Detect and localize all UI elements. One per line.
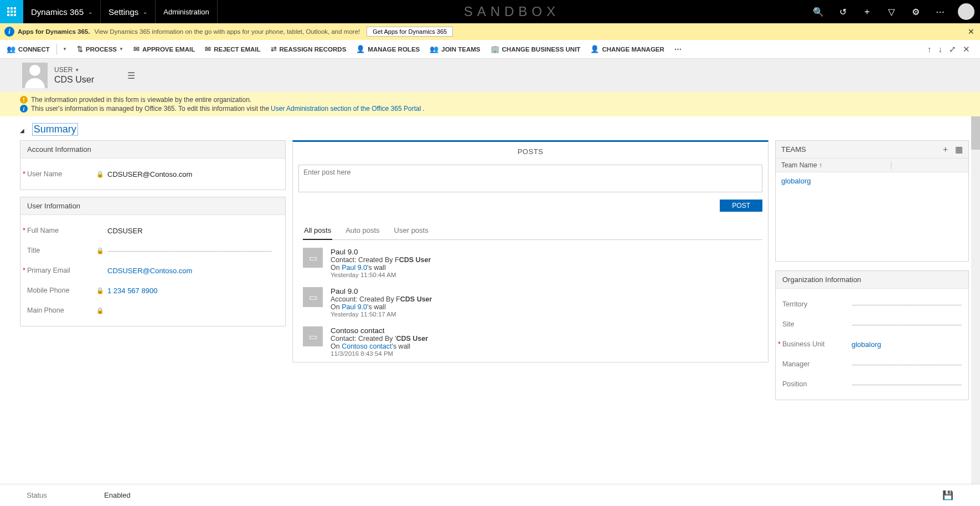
popout-icon[interactable]: ⤢: [949, 44, 956, 54]
list-view-icon[interactable]: ☰: [127, 70, 135, 81]
post-subtitle: Account: Created By FCDS User: [331, 295, 432, 303]
settings-gear-icon[interactable]: ⚙: [904, 0, 928, 23]
nav-subarea[interactable]: Administration: [156, 0, 217, 23]
cmd-change-bu[interactable]: 🏢CHANGE BUSINESS UNIT: [491, 45, 581, 53]
post-avatar-icon: ▭: [303, 248, 323, 268]
cmd-roles-label: MANAGE ROLES: [368, 46, 420, 53]
bu-label: Business Unit: [782, 340, 852, 348]
cmd-approve-email[interactable]: ✉APPROVE EMAIL: [133, 45, 195, 53]
post-wall-link[interactable]: Contoso contact: [342, 343, 391, 350]
post-list: ▭ Paul 9.0 Contact: Created By FCDS User…: [293, 240, 768, 362]
nav-down-icon[interactable]: ↓: [938, 44, 943, 54]
post-item[interactable]: ▭ Contoso contact Contact: Created By 'C…: [303, 322, 762, 361]
right-column: TEAMS ＋ ▦ Team Name ↑ globalorg Organiza…: [775, 140, 969, 484]
username-value[interactable]: CDSUSER@Contoso.com: [107, 170, 278, 178]
username-label: User Name: [27, 170, 96, 178]
filter-icon[interactable]: ▽: [879, 0, 904, 23]
cmd-connect[interactable]: 👥CONNECT: [7, 45, 50, 53]
account-info-header: Account Information: [20, 141, 285, 159]
add-icon[interactable]: ＋: [855, 0, 879, 23]
bu-value[interactable]: globalorg: [852, 340, 962, 349]
nav-area[interactable]: Settings ⌄: [101, 0, 156, 23]
post-item[interactable]: ▭ Contoso Contact: Created ByCDS User: [303, 361, 762, 362]
status-value: Enabled: [104, 491, 131, 499]
lock-icon: 🔒: [96, 307, 104, 314]
status-label: Status: [27, 491, 104, 499]
teams-add-icon[interactable]: ＋: [941, 144, 950, 155]
nav-subarea-label: Administration: [163, 8, 209, 16]
record-type-label: USER: [54, 66, 73, 74]
section-title-summary[interactable]: Summary: [32, 123, 78, 136]
waffle-icon: [7, 7, 16, 16]
app-launcher-button[interactable]: [0, 0, 23, 23]
email-value[interactable]: CDSUSER@Contoso.com: [107, 267, 278, 275]
search-icon[interactable]: 🔍: [806, 0, 831, 23]
apps-promo-title: Apps for Dynamics 365.: [18, 28, 90, 35]
teams-col-2[interactable]: [891, 161, 963, 169]
mobile-label: Mobile Phone: [27, 287, 96, 294]
post-button[interactable]: POST: [720, 200, 762, 212]
teams-col-teamname[interactable]: Team Name ↑: [781, 161, 891, 169]
save-icon[interactable]: 💾: [942, 490, 953, 500]
manager-value[interactable]: ----------------------------------------…: [852, 360, 962, 369]
lock-icon: 🔒: [96, 247, 104, 254]
team-link[interactable]: globalorg: [781, 177, 811, 185]
cmd-manage-roles[interactable]: 👤MANAGE ROLES: [356, 45, 420, 53]
account-info-panel: Account Information User Name 🔒 CDSUSER@…: [20, 140, 286, 190]
cmd-reassign-label: REASSIGN RECORDS: [280, 46, 347, 53]
cmd-mgr-label: CHANGE MANAGER: [602, 46, 664, 53]
chevron-down-icon: ▼: [119, 47, 123, 52]
territory-value[interactable]: ----------------------------------------…: [852, 300, 962, 309]
recent-icon[interactable]: ↺: [831, 0, 855, 23]
cmd-bu-label: CHANGE BUSINESS UNIT: [502, 46, 581, 53]
section-collapse-icon[interactable]: ◢: [20, 127, 24, 134]
tab-auto-posts[interactable]: Auto posts: [344, 223, 380, 239]
cmd-reject-email[interactable]: ✉REJECT EMAIL: [205, 45, 260, 53]
record-header: USER ▼ CDS User ☰: [0, 59, 980, 92]
teams-grid-icon[interactable]: ▦: [955, 145, 963, 155]
nav-up-icon[interactable]: ↑: [927, 44, 932, 54]
close-record-icon[interactable]: ✕: [963, 44, 970, 54]
teams-panel: TEAMS ＋ ▦ Team Name ↑ globalorg: [775, 140, 969, 262]
cmd-connect-dropdown[interactable]: ▼: [60, 47, 67, 52]
title-label: Title: [27, 247, 96, 254]
cmd-overflow[interactable]: ⋯: [674, 45, 684, 53]
post-item[interactable]: ▭ Paul 9.0 Account: Created By FCDS User…: [303, 283, 762, 322]
notification-info-link[interactable]: User Administration section of the Offic…: [271, 105, 421, 113]
user-info-panel: User Information Full Name CDSUSER Title…: [20, 197, 286, 326]
cmd-right: ↑ ↓ ⤢ ✕: [924, 44, 973, 54]
bu-icon: 🏢: [491, 45, 499, 53]
get-apps-button[interactable]: Get Apps for Dynamics 365: [367, 27, 453, 37]
post-wall-link[interactable]: Paul 9.0: [342, 264, 367, 272]
position-value[interactable]: ----------------------------------------…: [852, 380, 962, 389]
post-timestamp: Yesterday 11:50:44 AM: [331, 272, 431, 278]
more-icon[interactable]: ⋯: [928, 0, 952, 23]
manager-icon: 👤: [590, 45, 599, 53]
cmd-join-teams[interactable]: 👥JOIN TEAMS: [430, 45, 480, 53]
post-title: Paul 9.0: [331, 287, 432, 295]
close-icon[interactable]: ✕: [968, 27, 974, 36]
post-wall-link[interactable]: Paul 9.0: [342, 303, 367, 311]
org-info-header: Organization Information: [776, 271, 968, 289]
nav-brand[interactable]: Dynamics 365 ⌄: [23, 0, 101, 23]
fullname-value[interactable]: CDSUSER: [107, 227, 278, 235]
tab-all-posts[interactable]: All posts: [303, 223, 332, 240]
cmd-process[interactable]: ⇅PROCESS▼: [77, 45, 123, 53]
notification-band: ! The information provided in this form …: [0, 92, 980, 116]
cmd-change-manager[interactable]: 👤CHANGE MANAGER: [590, 45, 664, 53]
title-value[interactable]: ----------------------------------------…: [107, 247, 278, 255]
tab-user-posts[interactable]: User posts: [393, 223, 430, 239]
user-avatar[interactable]: [958, 3, 974, 20]
cmd-reassign-records[interactable]: ⇄REASSIGN RECORDS: [271, 45, 347, 53]
user-info-header: User Information: [20, 197, 285, 215]
fullname-label: Full Name: [27, 227, 96, 234]
record-type-selector[interactable]: USER ▼: [54, 66, 94, 74]
lock-icon: 🔒: [96, 171, 104, 177]
vertical-scrollbar[interactable]: [971, 116, 980, 484]
site-value[interactable]: ----------------------------------------…: [852, 320, 962, 329]
post-item[interactable]: ▭ Paul 9.0 Contact: Created By FCDS User…: [303, 243, 762, 283]
email-label: Primary Email: [27, 267, 96, 274]
post-input[interactable]: [298, 165, 762, 192]
mobile-value[interactable]: 1 234 567 8900: [107, 287, 278, 295]
mainphone-label: Main Phone: [27, 306, 96, 314]
